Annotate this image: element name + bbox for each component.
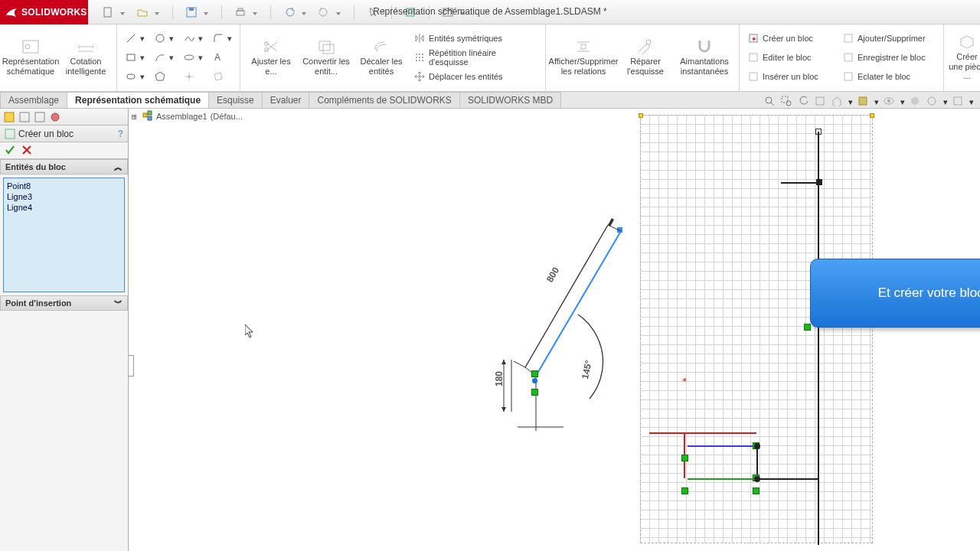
circle-tool-button[interactable]: ▾ bbox=[151, 30, 177, 47]
list-item[interactable]: Point8 bbox=[7, 181, 121, 191]
dropdown-icon[interactable] bbox=[253, 12, 258, 18]
sketch-relation-icon[interactable] bbox=[681, 487, 688, 494]
open-file-icon[interactable] bbox=[136, 6, 149, 18]
save-icon[interactable] bbox=[185, 6, 198, 18]
pm-group-entities[interactable]: Entités du bloc ︽ bbox=[0, 159, 128, 174]
list-item[interactable]: Ligne3 bbox=[7, 191, 121, 202]
svg-point-28 bbox=[422, 54, 423, 55]
ok-icon[interactable] bbox=[5, 145, 15, 157]
text-tool-button[interactable]: A bbox=[209, 49, 235, 66]
fillet-tool-button[interactable]: ▾ bbox=[209, 30, 235, 47]
redo-icon[interactable] bbox=[318, 6, 330, 18]
dropdown-icon[interactable] bbox=[204, 12, 209, 18]
display-manager-tab-icon[interactable] bbox=[48, 110, 62, 124]
trim-button[interactable]: Ajuster les e... bbox=[245, 28, 297, 87]
smart-dimension-button[interactable]: Cotation intelligente bbox=[60, 28, 112, 87]
section-view-icon[interactable] bbox=[815, 96, 827, 108]
show-relations-button[interactable]: Afficher/Supprimer les relations bbox=[550, 28, 616, 87]
tab-representation-schematique[interactable]: Représentation schématique bbox=[67, 92, 209, 108]
pm-group-insertion-point[interactable]: Point d'insertion ︾ bbox=[0, 295, 128, 311]
dimension-height[interactable]: 180 bbox=[494, 371, 505, 386]
display-style-icon[interactable] bbox=[858, 96, 870, 108]
sketch-relation-icon[interactable] bbox=[753, 487, 760, 494]
grid-handle[interactable] bbox=[870, 113, 874, 118]
sketch-relation-icon[interactable] bbox=[531, 389, 538, 396]
dropdown-icon[interactable] bbox=[120, 12, 126, 18]
insert-block-button[interactable]: Insérer un bloc bbox=[744, 68, 836, 85]
repair-icon bbox=[635, 38, 655, 55]
list-item[interactable]: Ligne4 bbox=[7, 202, 121, 213]
sketch-line[interactable] bbox=[781, 182, 819, 184]
appearance-icon[interactable] bbox=[910, 96, 922, 108]
dropdown-icon[interactable] bbox=[155, 12, 160, 18]
add-remove-block-button[interactable]: Ajouter/Supprimer bbox=[839, 30, 939, 47]
previous-view-icon[interactable] bbox=[798, 96, 810, 108]
sketch-point[interactable] bbox=[754, 476, 760, 482]
zoom-area-icon[interactable] bbox=[781, 96, 793, 108]
point-tool-button[interactable] bbox=[180, 68, 206, 85]
sketch-point[interactable] bbox=[532, 378, 537, 383]
undo-icon[interactable] bbox=[283, 6, 296, 18]
feature-tree-tab-icon[interactable] bbox=[2, 110, 16, 124]
tab-esquisse[interactable]: Esquisse bbox=[208, 92, 263, 108]
new-file-icon[interactable] bbox=[102, 6, 114, 18]
sketch-point[interactable] bbox=[754, 443, 760, 449]
svg-point-15 bbox=[156, 34, 164, 42]
instant-snaps-button[interactable]: Aimantations instantanées bbox=[675, 28, 734, 87]
tab-complements[interactable]: Compléments de SOLIDWORKS bbox=[309, 92, 459, 108]
property-manager-tab-icon[interactable] bbox=[18, 110, 31, 124]
offset-button[interactable]: Décaler les entités bbox=[355, 28, 407, 87]
sketch-line-blue[interactable] bbox=[688, 445, 758, 447]
ellipse-tool-button[interactable]: ▾ bbox=[180, 49, 206, 66]
schematic-representation-button[interactable]: Représentation schématique bbox=[5, 28, 57, 87]
convert-button[interactable]: Convertir les entit... bbox=[300, 28, 352, 87]
endpoint-icon[interactable] bbox=[816, 179, 822, 185]
sketch-line-vertical[interactable] bbox=[818, 132, 819, 545]
mirror-button[interactable]: Entités symétriques bbox=[410, 30, 541, 47]
tree-expander-icon[interactable]: ⊞ bbox=[132, 112, 139, 122]
graphics-area[interactable]: ⊞ Assemblage1 (Défau... bbox=[129, 109, 980, 551]
sketch-relation-icon[interactable] bbox=[531, 370, 538, 377]
print-icon[interactable] bbox=[234, 6, 247, 18]
svg-point-31 bbox=[422, 57, 423, 58]
grid-handle[interactable] bbox=[639, 113, 643, 118]
edit-block-button[interactable]: Editer le bloc bbox=[744, 49, 836, 66]
block-entities-list[interactable]: Point8 Ligne3 Ligne4 bbox=[3, 178, 125, 292]
tab-evaluer[interactable]: Evaluer bbox=[262, 92, 310, 108]
cancel-icon[interactable] bbox=[21, 145, 32, 157]
sketch-line[interactable] bbox=[756, 478, 819, 480]
create-block-button[interactable]: ✶Créer un bloc bbox=[744, 30, 836, 47]
plane-tool-button[interactable] bbox=[209, 68, 235, 85]
view-settings-icon[interactable] bbox=[952, 96, 965, 108]
help-icon[interactable]: ? bbox=[118, 129, 123, 139]
endpoint-icon[interactable] bbox=[815, 129, 822, 135]
rect-tool-button[interactable]: ▾ bbox=[122, 49, 148, 66]
slot-tool-button[interactable]: ▾ bbox=[122, 68, 148, 85]
create-part-button[interactable]: Créer une pièce ... bbox=[949, 28, 980, 87]
sketch-line-red[interactable] bbox=[649, 432, 756, 434]
dropdown-icon[interactable] bbox=[336, 12, 341, 18]
dropdown-icon[interactable] bbox=[302, 12, 307, 18]
svg-point-56 bbox=[928, 97, 936, 105]
line-tool-button[interactable]: ▾ bbox=[122, 30, 148, 47]
panel-split-handle[interactable] bbox=[129, 355, 134, 377]
move-button[interactable]: Déplacer les entités bbox=[410, 68, 541, 85]
view-orientation-icon[interactable] bbox=[831, 96, 844, 108]
zoom-fit-icon[interactable] bbox=[764, 96, 776, 108]
save-block-button[interactable]: Enregistrer le bloc bbox=[839, 49, 939, 66]
breadcrumb-root[interactable]: Assemblage1 bbox=[156, 112, 207, 121]
hide-show-icon[interactable] bbox=[884, 96, 896, 108]
breadcrumb[interactable]: ⊞ Assemblage1 (Défau... bbox=[132, 110, 243, 122]
arc-tool-button[interactable]: ▾ bbox=[151, 49, 177, 66]
linear-pattern-button[interactable]: Répétition linéaire d'esquisse bbox=[410, 49, 541, 66]
spline-tool-button[interactable]: ▾ bbox=[180, 30, 206, 47]
scene-icon[interactable] bbox=[926, 96, 939, 108]
tab-assemblage[interactable]: Assemblage bbox=[0, 92, 67, 108]
config-manager-tab-icon[interactable] bbox=[33, 110, 47, 124]
polygon-tool-button[interactable] bbox=[151, 68, 177, 85]
tab-mbd[interactable]: SOLIDWORKS MBD bbox=[459, 92, 561, 108]
sketch-relation-icon[interactable] bbox=[804, 324, 811, 331]
repair-sketch-button[interactable]: Réparer l'esquisse bbox=[619, 28, 671, 87]
explode-block-button[interactable]: Eclater le bloc bbox=[839, 68, 939, 85]
sketch-relation-icon[interactable] bbox=[681, 455, 688, 461]
